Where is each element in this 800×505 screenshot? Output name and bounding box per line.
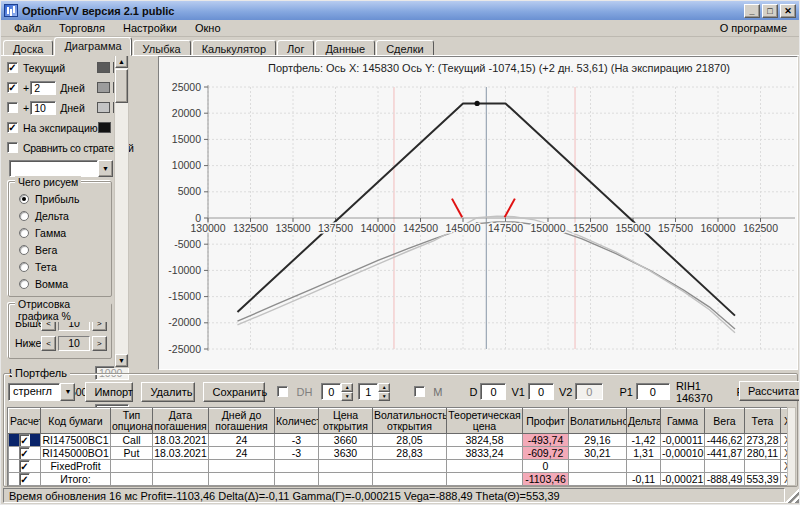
dh-spinner-2-input[interactable] — [358, 383, 378, 400]
spin-down-icon[interactable]: ▼ — [378, 392, 390, 401]
dh-label: DH — [296, 386, 312, 398]
save-button[interactable]: Сохранить — [203, 382, 265, 402]
svg-text:140000: 140000 — [360, 222, 395, 234]
column-header-1[interactable]: Код бумаги — [41, 409, 111, 434]
spin-down-icon[interactable]: ▼ — [341, 392, 353, 401]
row-checkbox[interactable] — [19, 447, 29, 460]
table-row: FixedProfit0X — [9, 460, 795, 473]
table-scrollbar[interactable] — [787, 407, 796, 486]
spin-up-icon[interactable]: ▲ — [341, 383, 353, 392]
row-calc-cell[interactable] — [9, 447, 41, 460]
title-bar[interactable]: OptionFVV версия 2.1 public _ □ ✕ — [1, 1, 799, 20]
column-header-raschet[interactable]: Расчет — [9, 409, 41, 434]
below-increase-button[interactable]: > — [92, 336, 107, 351]
column-header-10[interactable]: Волатильность — [569, 409, 627, 434]
column-header-7[interactable]: Волатильность открытия — [373, 409, 447, 434]
below-decrease-button[interactable]: < — [41, 336, 56, 351]
menu-trading[interactable]: Торговля — [50, 21, 114, 35]
current-line-color-swatch[interactable] — [97, 62, 110, 73]
minimize-button[interactable]: _ — [744, 4, 760, 18]
row-calc-cell[interactable] — [9, 434, 41, 447]
row-calc-cell[interactable] — [9, 473, 41, 486]
v2-input[interactable] — [575, 383, 603, 400]
tab-Доска[interactable]: Доска — [3, 40, 53, 56]
strategy-combo[interactable]: стренгл ▼ — [8, 383, 75, 401]
column-header-14[interactable]: Тета — [745, 409, 781, 434]
menu-window[interactable]: Окно — [186, 21, 230, 35]
sidebar-scrollbar[interactable]: ▲ ▼ — [114, 54, 129, 368]
menu-file[interactable]: Файл — [5, 21, 50, 35]
chevron-down-icon[interactable]: ▼ — [60, 383, 75, 401]
column-header-9[interactable]: Профит — [523, 409, 569, 434]
column-header-6[interactable]: Цена открытия — [319, 409, 373, 434]
scroll-down-icon[interactable]: ▼ — [115, 354, 128, 367]
radio-icon[interactable] — [19, 245, 29, 255]
radio-icon[interactable] — [19, 194, 29, 204]
column-header-3[interactable]: Дата погашения — [153, 409, 209, 434]
column-header-13[interactable]: Вега — [705, 409, 745, 434]
plus2-checkbox[interactable] — [7, 82, 18, 93]
dh-spinner-2[interactable]: ▲▼ — [358, 383, 390, 400]
m-checkbox[interactable] — [414, 386, 425, 397]
row-checkbox[interactable] — [19, 473, 29, 486]
calculate-button[interactable]: Рассчитать — [739, 381, 800, 401]
svg-text:-5000: -5000 — [174, 238, 201, 250]
expiry-line-color-swatch[interactable] — [98, 122, 111, 133]
positions-table-head: РасчетКод бумагиТип опционаДата погашени… — [9, 409, 795, 434]
radio-icon[interactable] — [19, 228, 29, 238]
menu-settings[interactable]: Настройки — [114, 21, 186, 35]
column-header-12[interactable]: Гамма — [661, 409, 705, 434]
radio-option-Дельта[interactable]: Дельта — [19, 207, 107, 224]
close-button[interactable]: ✕ — [780, 4, 796, 18]
scroll-up-icon[interactable]: ▲ — [115, 55, 128, 68]
tab-Лог[interactable]: Лог — [277, 40, 314, 56]
tab-Данные[interactable]: Данные — [315, 40, 375, 56]
radio-option-Вега[interactable]: Вега — [19, 241, 107, 258]
tab-Диаграмма[interactable]: Диаграмма — [54, 37, 131, 56]
maximize-button[interactable]: □ — [762, 4, 778, 18]
dh-spinner-1-input[interactable] — [321, 383, 341, 400]
scrollbar-thumb[interactable] — [115, 69, 128, 103]
import-button[interactable]: Импорт — [85, 382, 133, 402]
d-input[interactable] — [480, 383, 506, 400]
dh-spinner-1[interactable]: ▲▼ — [321, 383, 353, 400]
plus10-checkbox[interactable] — [7, 102, 18, 113]
p1-input[interactable] — [636, 383, 670, 400]
current-checkbox[interactable] — [7, 62, 18, 73]
plus2-days-input[interactable] — [30, 81, 56, 95]
tab-Калькулятор[interactable]: Калькулятор — [192, 40, 276, 56]
v1-input[interactable] — [528, 383, 554, 400]
column-header-11[interactable]: Дельта — [627, 409, 661, 434]
strategy-compare-combo[interactable]: ▼ — [9, 160, 113, 177]
spin-up-icon[interactable]: ▲ — [378, 383, 390, 392]
radio-icon[interactable] — [19, 262, 29, 272]
column-header-5[interactable]: Количество — [275, 409, 319, 434]
plus2-line-color-swatch[interactable] — [97, 82, 110, 93]
compare-strategy-checkbox[interactable] — [7, 142, 18, 153]
resize-grip-icon[interactable] — [785, 488, 799, 503]
column-header-4[interactable]: Дней до погашения — [209, 409, 275, 434]
plus10-line-color-swatch[interactable] — [97, 102, 110, 113]
radio-option-Тета[interactable]: Тета — [19, 258, 107, 275]
window-title: OptionFVV версия 2.1 public — [22, 4, 744, 17]
radio-option-Прибыль[interactable]: Прибыль — [19, 190, 107, 207]
menu-about[interactable]: О программе — [712, 21, 795, 35]
expiry-checkbox[interactable] — [7, 122, 18, 133]
radio-option-Гамма[interactable]: Гамма — [19, 224, 107, 241]
column-header-2[interactable]: Тип опциона — [111, 409, 153, 434]
tab-Сделки[interactable]: Сделки — [376, 40, 434, 56]
dh-checkbox[interactable] — [277, 386, 288, 397]
row-checkbox[interactable] — [19, 434, 29, 447]
radio-option-Вомма[interactable]: Вомма — [19, 275, 107, 292]
delete-button[interactable]: Удалить — [141, 382, 195, 402]
chart-svg[interactable]: 1300001325001350001375001400001425001450… — [159, 57, 797, 369]
radio-icon[interactable] — [19, 279, 29, 289]
radio-icon[interactable] — [19, 211, 29, 221]
column-header-8[interactable]: Теоретическая цена — [447, 409, 523, 434]
row-calc-cell[interactable] — [9, 460, 41, 473]
tab-Улыбка[interactable]: Улыбка — [133, 40, 191, 56]
row-checkbox[interactable] — [19, 460, 29, 473]
chevron-down-icon[interactable]: ▼ — [98, 160, 113, 177]
plus10-days-input[interactable] — [30, 101, 56, 115]
chart-panel[interactable]: 1300001325001350001375001400001425001450… — [158, 56, 798, 370]
